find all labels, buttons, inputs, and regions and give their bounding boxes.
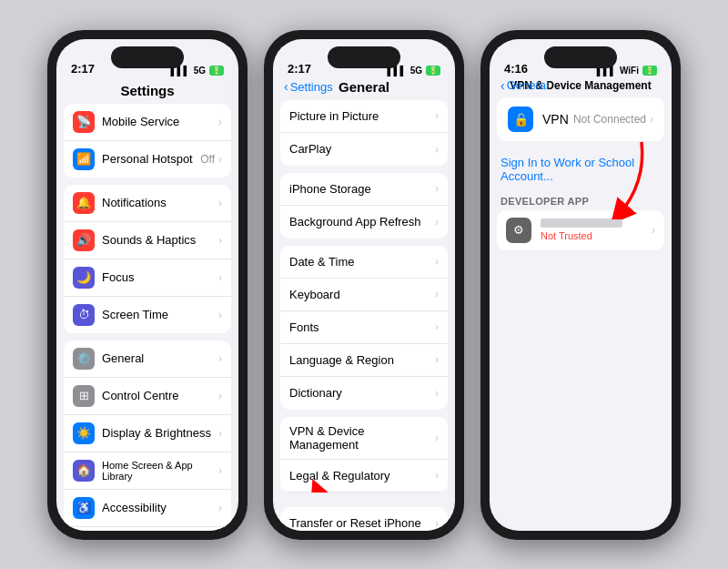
phone-1-group-notifications: 🔔 Notifications › 🔊 Sounds & Haptics › 🌙… bbox=[64, 185, 231, 333]
row-label: Control Centre bbox=[102, 389, 218, 402]
row-label: Fonts bbox=[289, 320, 435, 334]
list-item[interactable]: 🔊 Sounds & Haptics › bbox=[64, 222, 231, 259]
status-time-3: 4:16 bbox=[504, 62, 528, 76]
list-item[interactable]: Transfer or Reset iPhone › bbox=[280, 507, 448, 531]
wifi-icon-1: 5G bbox=[194, 66, 206, 76]
row-label: Notifications bbox=[102, 196, 218, 209]
back-label-2: Settings bbox=[290, 80, 333, 94]
list-item[interactable]: 🌙 Focus › bbox=[64, 259, 231, 297]
phone-2-list: Picture in Picture › CarPlay › iPhone St… bbox=[273, 100, 455, 531]
vpn-row[interactable]: 🔒 VPN Not Connected › bbox=[497, 97, 664, 141]
row-value: Off bbox=[200, 153, 215, 166]
phone-1: 2:17 ▌▌▌ 5G 🔋 Settings 📡 Mobile Service … bbox=[47, 30, 248, 540]
row-label: VPN & Device Management bbox=[289, 424, 435, 452]
chevron-icon: › bbox=[435, 216, 439, 229]
mobile-service-icon: 📡 bbox=[73, 111, 95, 133]
list-item[interactable]: 📡 Mobile Service › bbox=[64, 104, 231, 141]
accessibility-icon: ♿ bbox=[73, 497, 95, 519]
back-button-2[interactable]: ‹ Settings bbox=[284, 79, 333, 94]
developer-app-icon: ⚙ bbox=[506, 218, 531, 243]
sounds-icon: 🔊 bbox=[73, 229, 95, 251]
battery-icon-2: 🔋 bbox=[426, 66, 440, 76]
vpn-label: VPN bbox=[542, 112, 573, 127]
phone-3-navbar: ‹ General VPN & Device Management bbox=[490, 79, 672, 97]
dynamic-island-1 bbox=[111, 46, 184, 68]
chevron-icon: › bbox=[218, 352, 222, 365]
list-item[interactable]: Fonts › bbox=[280, 311, 448, 344]
back-button-3[interactable]: ‹ General bbox=[500, 79, 549, 93]
row-label: Mobile Service bbox=[102, 115, 218, 128]
list-item[interactable]: Language & Region › bbox=[280, 344, 448, 377]
chevron-icon: › bbox=[435, 143, 439, 156]
phone-2: 2:17 ▌▌▌ 5G 🔋 ‹ Settings General Picture… bbox=[264, 30, 464, 540]
list-item[interactable]: Legal & Regulatory › bbox=[280, 460, 448, 493]
hotspot-icon: 📶 bbox=[73, 148, 95, 170]
phone-1-title: Settings bbox=[56, 79, 238, 104]
status-time-2: 2:17 bbox=[288, 62, 311, 76]
developer-app-info: Not Trusted bbox=[541, 218, 652, 241]
chevron-icon: › bbox=[652, 224, 655, 237]
chevron-icon: › bbox=[435, 387, 439, 400]
status-time-1: 2:17 bbox=[71, 62, 95, 76]
list-item-vpn-management[interactable]: VPN & Device Management › bbox=[280, 417, 448, 460]
list-item[interactable]: 🏠 Home Screen & App Library › bbox=[64, 452, 231, 490]
developer-app-name bbox=[541, 218, 622, 228]
phone-2-screen: 2:17 ▌▌▌ 5G 🔋 ‹ Settings General Picture… bbox=[273, 39, 455, 531]
chevron-icon: › bbox=[218, 271, 222, 284]
list-item[interactable]: iPhone Storage › bbox=[280, 173, 448, 206]
chevron-icon: › bbox=[435, 517, 439, 530]
chevron-icon: › bbox=[218, 197, 222, 209]
list-item[interactable]: ☀️ Display & Brightness › bbox=[64, 415, 231, 452]
developer-section-header: DEVELOPER APP bbox=[490, 190, 672, 210]
sign-in-link[interactable]: Sign In to Work or School Account... bbox=[490, 148, 672, 190]
back-chevron-3: ‹ bbox=[500, 79, 505, 93]
list-item[interactable]: 🔔 Notifications › bbox=[64, 185, 231, 222]
row-label: Accessibility bbox=[102, 501, 218, 514]
notifications-icon: 🔔 bbox=[73, 192, 95, 214]
list-item[interactable]: ⏱ Screen Time › bbox=[64, 297, 231, 333]
control-centre-icon: ⊞ bbox=[73, 385, 95, 407]
list-item[interactable]: Keyboard › bbox=[280, 279, 448, 311]
chevron-icon: › bbox=[218, 309, 222, 321]
chevron-icon: › bbox=[218, 502, 222, 514]
row-label: Dictionary bbox=[289, 386, 435, 400]
chevron-icon: › bbox=[218, 390, 222, 402]
dynamic-island-3 bbox=[544, 46, 617, 68]
row-label: Keyboard bbox=[289, 288, 435, 301]
list-item[interactable]: Date & Time › bbox=[280, 246, 448, 279]
list-item[interactable]: ⚙️ General › bbox=[64, 340, 231, 378]
homescreen-icon: 🏠 bbox=[73, 460, 95, 482]
phone-2-group-1: Picture in Picture › CarPlay › bbox=[280, 100, 448, 166]
list-item[interactable]: 🖼️ Wallpaper › bbox=[64, 527, 231, 531]
row-label: Transfer or Reset iPhone bbox=[289, 516, 435, 530]
row-label: CarPlay bbox=[289, 142, 435, 156]
dynamic-island-2 bbox=[328, 46, 400, 68]
chevron-icon: › bbox=[218, 153, 222, 166]
battery-icon-1: 🔋 bbox=[209, 66, 224, 76]
row-label: Language & Region bbox=[289, 353, 435, 367]
chevron-icon: › bbox=[218, 234, 222, 247]
list-item[interactable]: Picture in Picture › bbox=[280, 100, 448, 133]
chevron-icon: › bbox=[218, 464, 222, 477]
row-label: Personal Hotspot bbox=[102, 152, 200, 166]
developer-trusted-status: Not Trusted bbox=[541, 230, 652, 241]
phone-1-list: 📡 Mobile Service › 📶 Personal Hotspot Of… bbox=[56, 104, 238, 531]
phone-3: 4:16 ▌▌▌ WiFi 🔋 ‹ General VPN & Device M… bbox=[480, 30, 681, 540]
battery-icon-3: 🔋 bbox=[642, 66, 657, 76]
phone-1-screen: 2:17 ▌▌▌ 5G 🔋 Settings 📡 Mobile Service … bbox=[56, 39, 238, 531]
phone-1-content: Settings 📡 Mobile Service › 📶 Personal H… bbox=[56, 79, 238, 531]
developer-app-row[interactable]: ⚙ Not Trusted › bbox=[497, 210, 664, 250]
sign-in-label: Sign In to Work or School Account... bbox=[500, 156, 634, 183]
list-item[interactable]: ⊞ Control Centre › bbox=[64, 378, 231, 415]
chevron-icon: › bbox=[435, 288, 439, 300]
list-item[interactable]: 📶 Personal Hotspot Off › bbox=[64, 141, 231, 178]
chevron-icon: › bbox=[435, 432, 439, 444]
list-item[interactable]: ♿ Accessibility › bbox=[64, 490, 231, 527]
chevron-icon: › bbox=[435, 255, 439, 268]
screentime-icon: ⏱ bbox=[73, 304, 95, 326]
list-item[interactable]: Background App Refresh › bbox=[280, 206, 448, 239]
back-label-3: General bbox=[507, 79, 549, 93]
list-item[interactable]: CarPlay › bbox=[280, 133, 448, 166]
list-item[interactable]: Dictionary › bbox=[280, 377, 448, 410]
chevron-icon: › bbox=[435, 320, 439, 333]
